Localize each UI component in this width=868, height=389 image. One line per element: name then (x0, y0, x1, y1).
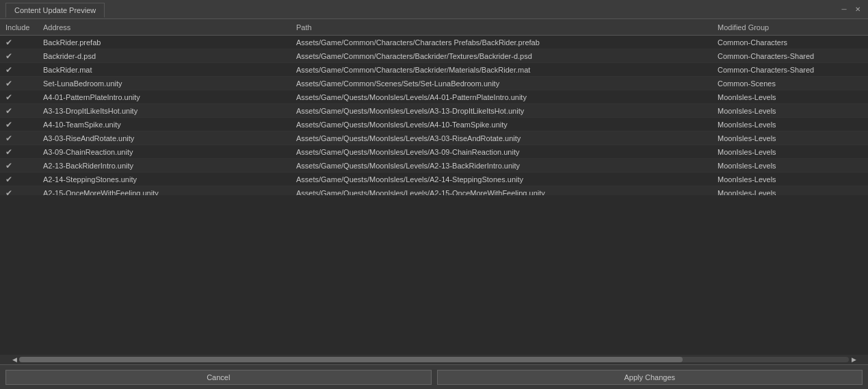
scrollbar-thumb[interactable] (19, 357, 683, 362)
minimize-icon: ─ (841, 5, 846, 13)
scrollbar-track[interactable] (19, 357, 849, 362)
cell-include-3[interactable]: ✔ (3, 79, 40, 88)
cell-group-5: MoonIsles-Levels (715, 107, 865, 115)
cell-path-10: Assets/Game/Quests/MoonIsles/Levels/A2-1… (293, 175, 715, 184)
minimize-button[interactable]: ─ (839, 5, 849, 14)
cell-address-9: A2-13-BackRiderIntro.unity (40, 162, 293, 170)
cell-include-5[interactable]: ✔ (3, 106, 40, 116)
cell-include-10[interactable]: ✔ (3, 175, 40, 184)
checkbox-2[interactable]: ✔ (5, 65, 12, 75)
checkbox-0[interactable]: ✔ (5, 38, 12, 47)
checkbox-8[interactable]: ✔ (5, 147, 12, 157)
cell-group-9: MoonIsles-Levels (715, 162, 865, 170)
cell-address-7: A3-03-RiseAndRotate.unity (40, 134, 293, 142)
cell-include-7[interactable]: ✔ (3, 134, 40, 143)
apply-label: Apply Changes (624, 373, 675, 381)
cell-group-7: MoonIsles-Levels (715, 134, 865, 142)
cell-group-10: MoonIsles-Levels (715, 175, 865, 184)
horizontal-scrollbar[interactable]: ◀ ▶ (0, 355, 868, 364)
cell-path-4: Assets/Game/Quests/MoonIsles/Levels/A4-0… (293, 93, 715, 101)
header-group: Modified Group (715, 23, 865, 32)
cell-address-5: A3-13-DropItLikeItsHot.unity (40, 107, 293, 115)
cell-address-0: BackRider.prefab (40, 38, 293, 47)
cell-path-0: Assets/Game/Common/Characters/Characters… (293, 38, 715, 47)
cell-path-5: Assets/Game/Quests/MoonIsles/Levels/A3-1… (293, 107, 715, 115)
cell-group-0: Common-Characters (715, 38, 865, 47)
table-row: ✔ A4-10-TeamSpike.unity Assets/Game/Ques… (0, 118, 868, 131)
table-row: ✔ Backrider-d.psd Assets/Game/Common/Cha… (0, 49, 868, 63)
checkbox-4[interactable]: ✔ (5, 92, 12, 102)
cell-group-2: Common-Characters-Shared (715, 66, 865, 74)
cell-path-9: Assets/Game/Quests/MoonIsles/Levels/A2-1… (293, 162, 715, 170)
scroll-right-arrow[interactable]: ▶ (849, 355, 858, 364)
table-row: ✔ A4-01-PatternPlateIntro.unity Assets/G… (0, 90, 868, 104)
header-include: Include (3, 23, 40, 32)
cell-address-3: Set-LunaBedroom.unity (40, 79, 293, 88)
cell-address-1: Backrider-d.psd (40, 52, 293, 60)
window-title: Content Update Preview (14, 6, 96, 14)
apply-button[interactable]: Apply Changes (437, 370, 863, 385)
table-row: ✔ A3-09-ChainReaction.unity Assets/Game/… (0, 145, 868, 159)
empty-area (0, 195, 868, 355)
table-row: ✔ A2-15-OnceMoreWithFeeling.unity Assets… (0, 186, 868, 195)
scroll-left-arrow[interactable]: ◀ (10, 355, 19, 364)
cell-path-3: Assets/Game/Common/Scenes/Sets/Set-LunaB… (293, 79, 715, 88)
cell-group-3: Common-Scenes (715, 79, 865, 88)
bottom-bar: Cancel Apply Changes (0, 364, 868, 389)
table-row: ✔ BackRider.mat Assets/Game/Common/Chara… (0, 63, 868, 77)
cell-address-6: A4-10-TeamSpike.unity (40, 121, 293, 129)
checkbox-1[interactable]: ✔ (5, 51, 12, 61)
cell-include-8[interactable]: ✔ (3, 147, 40, 157)
checkbox-9[interactable]: ✔ (5, 161, 12, 171)
table-row: ✔ Set-LunaBedroom.unity Assets/Game/Comm… (0, 77, 868, 90)
table-body: ✔ BackRider.prefab Assets/Game/Common/Ch… (0, 36, 868, 195)
checkbox-11[interactable]: ✔ (5, 188, 12, 196)
close-button[interactable]: ✕ (853, 5, 863, 14)
cell-include-9[interactable]: ✔ (3, 161, 40, 171)
cell-include-6[interactable]: ✔ (3, 120, 40, 129)
table-header: Include Address Path Modified Group (0, 19, 868, 36)
cell-path-7: Assets/Game/Quests/MoonIsles/Levels/A3-0… (293, 134, 715, 142)
checkbox-10[interactable]: ✔ (5, 175, 12, 184)
cell-address-10: A2-14-SteppingStones.unity (40, 175, 293, 184)
cell-group-1: Common-Characters-Shared (715, 52, 865, 60)
cell-path-11: Assets/Game/Quests/MoonIsles/Levels/A2-1… (293, 189, 715, 196)
window-controls: ─ ✕ (839, 5, 863, 14)
cell-path-8: Assets/Game/Quests/MoonIsles/Levels/A3-0… (293, 148, 715, 156)
cell-group-8: MoonIsles-Levels (715, 148, 865, 156)
header-path: Path (293, 23, 715, 32)
cell-path-6: Assets/Game/Quests/MoonIsles/Levels/A4-1… (293, 121, 715, 129)
table-row: ✔ A2-13-BackRiderIntro.unity Assets/Game… (0, 159, 868, 173)
checkbox-3[interactable]: ✔ (5, 79, 12, 88)
cell-address-11: A2-15-OnceMoreWithFeeling.unity (40, 189, 293, 196)
cell-path-2: Assets/Game/Common/Characters/Backrider/… (293, 66, 715, 74)
cell-include-1[interactable]: ✔ (3, 51, 40, 61)
cell-include-0[interactable]: ✔ (3, 38, 40, 47)
content-area: Include Address Path Modified Group ✔ Ba… (0, 19, 868, 389)
title-bar: Content Update Preview ─ ✕ (0, 0, 868, 19)
cell-address-8: A3-09-ChainReaction.unity (40, 148, 293, 156)
cell-address-4: A4-01-PatternPlateIntro.unity (40, 93, 293, 101)
cell-include-2[interactable]: ✔ (3, 65, 40, 75)
table-row: ✔ A3-13-DropItLikeItsHot.unity Assets/Ga… (0, 104, 868, 118)
close-icon: ✕ (855, 5, 860, 13)
checkbox-7[interactable]: ✔ (5, 134, 12, 143)
cell-group-6: MoonIsles-Levels (715, 121, 865, 129)
cell-group-11: MoonIsles-Levels (715, 189, 865, 196)
cell-path-1: Assets/Game/Common/Characters/Backrider/… (293, 52, 715, 60)
cell-address-2: BackRider.mat (40, 66, 293, 74)
table-row: ✔ BackRider.prefab Assets/Game/Common/Ch… (0, 36, 868, 49)
cancel-button[interactable]: Cancel (5, 370, 432, 385)
cell-group-4: MoonIsles-Levels (715, 93, 865, 101)
header-address: Address (40, 23, 293, 32)
cell-include-11[interactable]: ✔ (3, 188, 40, 196)
checkbox-5[interactable]: ✔ (5, 106, 12, 116)
checkbox-6[interactable]: ✔ (5, 120, 12, 129)
cancel-label: Cancel (207, 373, 230, 381)
table-row: ✔ A2-14-SteppingStones.unity Assets/Game… (0, 173, 868, 186)
cell-include-4[interactable]: ✔ (3, 92, 40, 102)
window-tab[interactable]: Content Update Preview (5, 3, 105, 18)
table-row: ✔ A3-03-RiseAndRotate.unity Assets/Game/… (0, 131, 868, 145)
